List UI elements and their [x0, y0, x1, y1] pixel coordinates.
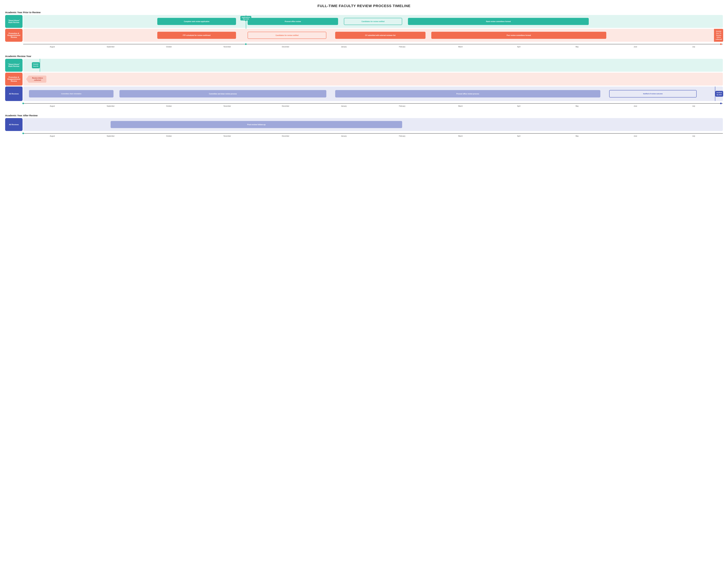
month-aug-after: August [23, 135, 81, 137]
month-nov-after: November [198, 135, 256, 137]
section-after: Academic Year After Review All Reviews P… [5, 114, 723, 137]
item-cv-submitted: CV submitted with external reviewer list [335, 32, 426, 39]
month-feb-prior: February [373, 46, 431, 48]
track-stand-alone-prior: ApplicationsDue 11/1 Complete rank revie… [23, 15, 723, 28]
month-mar-prior: March [431, 46, 490, 48]
band-promo-review [23, 73, 723, 85]
row-stand-alone-prior: "Stand Alone" Rank Review ApplicationsDu… [5, 15, 723, 28]
axis-prior [5, 42, 723, 46]
month-oct-review: October [140, 105, 198, 107]
month-nov-prior: November [198, 46, 256, 48]
label-stand-alone-review: "Stand Alone" Rank Review [5, 59, 23, 72]
month-oct-prior: October [140, 46, 198, 48]
track-promo-prior: FTF scheduled for review confirmed Candi… [23, 29, 723, 42]
milestone-notified-by-630: NotifiedBy 6/30 [715, 86, 723, 101]
item-review-letters-collected: Review letterscollected [26, 75, 46, 83]
item-committee-chair: Committee chair orientation [29, 90, 113, 97]
axis-dot-july-prior [720, 43, 722, 45]
month-jun-after: June [606, 135, 665, 137]
axis-dot-aug-after [22, 132, 24, 134]
month-may-after: May [548, 135, 606, 137]
label-stand-alone-prior: "Stand Alone" Rank Review [5, 15, 23, 28]
review-timeline-area: "Stand Alone" Rank Review DossierDue 8/1… [5, 59, 723, 107]
month-sep-after: September [81, 135, 140, 137]
item-rank-committees-formed: Rank review committees formed [408, 18, 589, 25]
item-complete-rank-review: Complete rank review application [157, 18, 236, 25]
month-labels-after: August September October November Decemb… [23, 135, 723, 137]
item-candidates-notified-prior-promo: Candidates for review notified [247, 32, 326, 39]
axis-line-review [23, 103, 723, 103]
item-candidates-notified-prior-stand: Candidates for review notified [344, 18, 402, 25]
month-nov-review: November [198, 105, 256, 107]
month-may-prior: May [548, 46, 606, 48]
row-promo-review: Promotion &ReappointmentReview Review le… [5, 73, 723, 85]
row-all-reviews-after: All Reviews Post-review follow-up [5, 118, 723, 131]
row-all-reviews: All Reviews Committee chair orientation … [5, 86, 723, 101]
axis-after [5, 131, 723, 135]
month-sep-prior: September [81, 46, 140, 48]
row-promo-prior: Promotion &ReappointmentReview FTF sched… [5, 29, 723, 42]
section-review-title: Academic Review Year [5, 55, 723, 57]
month-jul-after: July [665, 135, 723, 137]
label-all-reviews-after: All Reviews [5, 118, 23, 131]
axis-dot-aug-review [22, 103, 24, 104]
month-feb-review: February [373, 105, 431, 107]
month-apr-prior: April [490, 46, 548, 48]
month-labels-prior: August September October November Decemb… [23, 46, 723, 48]
band-stand-alone-review [23, 59, 723, 72]
milestone-dossier-aug: DossierDue 8/1 [32, 59, 40, 72]
page-title: FULL-TIME FACULTY REVIEW PROCESS TIMELIN… [5, 4, 723, 8]
month-jul-review: July [665, 105, 723, 107]
month-aug-review: August [23, 105, 81, 107]
track-stand-alone-review: DossierDue 8/1 [23, 59, 723, 72]
month-feb-after: February [373, 135, 431, 137]
axis-review [5, 102, 723, 105]
label-promo-review: Promotion &ReappointmentReview [5, 73, 23, 85]
section-after-title: Academic Year After Review [5, 114, 723, 117]
item-post-review: Post-review follow-up [111, 121, 402, 128]
item-notified-outcome: Notified of review outcome [609, 90, 697, 97]
milestone-applications-due: ApplicationsDue 11/1 [240, 16, 251, 20]
month-dec-review: December [256, 105, 315, 107]
month-mar-review: March [431, 105, 490, 107]
row-stand-alone-review: "Stand Alone" Rank Review DossierDue 8/1 [5, 59, 723, 72]
month-jun-review: June [606, 105, 665, 107]
month-dec-after: December [256, 135, 315, 137]
section-prior: Academic Year Prior to Review "Stand Alo… [5, 11, 723, 48]
label-promo-prior: Promotion &ReappointmentReview [5, 29, 23, 42]
track-all-reviews: Committee chair orientation Committee an… [23, 86, 723, 101]
track-promo-review: Review letterscollected [23, 73, 723, 85]
month-dec-prior: December [256, 46, 315, 48]
month-oct-after: October [140, 135, 198, 137]
month-apr-review: April [490, 105, 548, 107]
month-aug-prior: August [23, 46, 81, 48]
section-prior-title: Academic Year Prior to Review [5, 11, 723, 14]
prior-timeline-area: "Stand Alone" Rank Review ApplicationsDu… [5, 15, 723, 48]
item-committee-dean-review: Committee and dean review process [119, 90, 326, 97]
track-all-reviews-after: Post-review follow-up [23, 118, 723, 131]
month-labels-review: August September October November Decemb… [23, 105, 723, 107]
month-jan-review: January [315, 105, 373, 107]
axis-line-prior [23, 44, 723, 44]
item-provost-review-prior: Provost office review [247, 18, 338, 25]
month-mar-after: March [431, 135, 490, 137]
end-milestone-dossier: DossierDue 7/1Reviewletterscollected [714, 29, 723, 42]
month-jul-prior: July [665, 46, 723, 48]
item-peer-committees: Peer review committees formed [431, 32, 606, 39]
month-apr-after: April [490, 135, 548, 137]
axis-dot-nov [245, 43, 247, 45]
month-jan-prior: January [315, 46, 373, 48]
section-review: Academic Review Year "Stand Alone" Rank … [5, 55, 723, 107]
label-all-reviews: All Reviews [5, 86, 23, 101]
after-timeline-area: All Reviews Post-review follow-up August… [5, 118, 723, 137]
axis-line-after [23, 133, 723, 133]
month-may-review: May [548, 105, 606, 107]
item-provost-review-process: Provost office review process [335, 90, 601, 97]
month-jun-prior: June [606, 46, 665, 48]
month-jan-after: January [315, 135, 373, 137]
item-ftf-scheduled: FTF scheduled for review confirmed [157, 32, 236, 39]
month-sep-review: September [81, 105, 140, 107]
axis-dot-july-review [720, 103, 722, 104]
